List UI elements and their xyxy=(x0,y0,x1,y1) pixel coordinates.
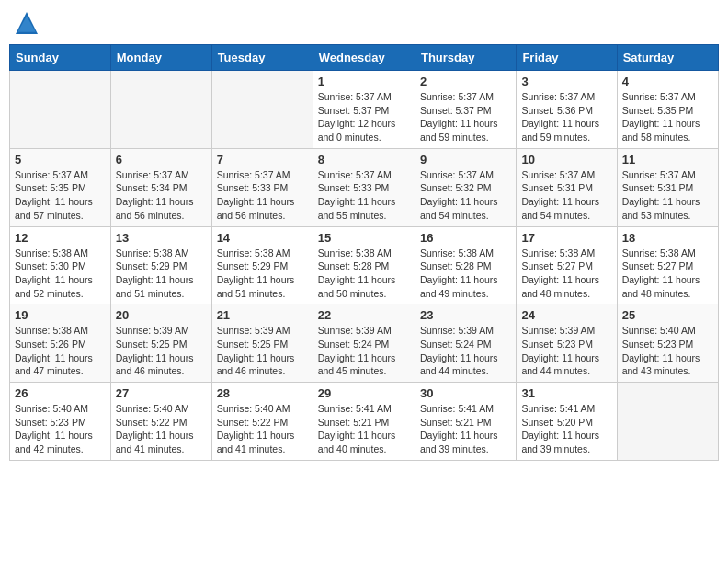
calendar-day-cell: 18Sunrise: 5:38 AM Sunset: 5:27 PM Dayli… xyxy=(617,226,718,304)
calendar-day-cell xyxy=(10,71,111,149)
calendar-day-cell: 17Sunrise: 5:38 AM Sunset: 5:27 PM Dayli… xyxy=(517,226,617,304)
weekday-header-wednesday: Wednesday xyxy=(313,45,415,71)
day-number: 4 xyxy=(622,75,713,88)
day-number: 5 xyxy=(15,153,106,167)
day-info: Sunrise: 5:39 AM Sunset: 5:24 PM Dayligh… xyxy=(420,324,511,378)
day-info: Sunrise: 5:38 AM Sunset: 5:28 PM Dayligh… xyxy=(318,247,410,301)
logo xyxy=(13,9,44,37)
day-info: Sunrise: 5:37 AM Sunset: 5:37 PM Dayligh… xyxy=(318,90,410,144)
day-info: Sunrise: 5:37 AM Sunset: 5:34 PM Dayligh… xyxy=(116,168,207,223)
day-number: 11 xyxy=(622,153,713,167)
day-info: Sunrise: 5:39 AM Sunset: 5:25 PM Dayligh… xyxy=(116,324,207,378)
calendar-day-cell: 1Sunrise: 5:37 AM Sunset: 5:37 PM Daylig… xyxy=(313,71,415,149)
day-number: 20 xyxy=(116,308,207,322)
calendar-day-cell: 11Sunrise: 5:37 AM Sunset: 5:31 PM Dayli… xyxy=(617,148,718,226)
day-number: 16 xyxy=(420,231,511,245)
day-number: 24 xyxy=(521,308,611,322)
day-number: 28 xyxy=(217,386,308,400)
day-info: Sunrise: 5:40 AM Sunset: 5:22 PM Dayligh… xyxy=(217,402,308,456)
calendar-day-cell xyxy=(110,71,211,149)
calendar-day-cell: 14Sunrise: 5:38 AM Sunset: 5:29 PM Dayli… xyxy=(211,226,313,304)
day-number: 14 xyxy=(217,231,308,245)
day-number: 1 xyxy=(318,75,410,88)
calendar-day-cell: 29Sunrise: 5:41 AM Sunset: 5:21 PM Dayli… xyxy=(313,383,415,461)
calendar-day-cell: 22Sunrise: 5:39 AM Sunset: 5:24 PM Dayli… xyxy=(313,304,415,383)
calendar-day-cell: 9Sunrise: 5:37 AM Sunset: 5:32 PM Daylig… xyxy=(415,148,516,226)
calendar-day-cell: 2Sunrise: 5:37 AM Sunset: 5:37 PM Daylig… xyxy=(415,71,516,149)
day-number: 27 xyxy=(116,386,207,400)
calendar-day-cell xyxy=(617,383,718,461)
calendar-day-cell: 8Sunrise: 5:37 AM Sunset: 5:33 PM Daylig… xyxy=(313,148,415,226)
calendar-day-cell: 31Sunrise: 5:41 AM Sunset: 5:20 PM Dayli… xyxy=(517,383,617,461)
day-info: Sunrise: 5:40 AM Sunset: 5:23 PM Dayligh… xyxy=(622,324,713,378)
day-info: Sunrise: 5:37 AM Sunset: 5:33 PM Dayligh… xyxy=(318,168,410,223)
day-number: 30 xyxy=(420,386,511,400)
day-info: Sunrise: 5:39 AM Sunset: 5:23 PM Dayligh… xyxy=(521,324,611,378)
calendar-day-cell: 28Sunrise: 5:40 AM Sunset: 5:22 PM Dayli… xyxy=(211,383,313,461)
calendar-table: SundayMondayTuesdayWednesdayThursdayFrid… xyxy=(9,44,719,461)
day-info: Sunrise: 5:39 AM Sunset: 5:25 PM Dayligh… xyxy=(217,324,308,378)
day-info: Sunrise: 5:37 AM Sunset: 5:33 PM Dayligh… xyxy=(217,168,308,223)
day-info: Sunrise: 5:38 AM Sunset: 5:27 PM Dayligh… xyxy=(521,247,611,301)
svg-marker-1 xyxy=(17,17,36,32)
calendar-day-cell: 19Sunrise: 5:38 AM Sunset: 5:26 PM Dayli… xyxy=(10,304,111,383)
day-number: 3 xyxy=(521,75,611,88)
day-number: 29 xyxy=(318,386,410,400)
day-number: 31 xyxy=(521,386,611,400)
day-number: 15 xyxy=(318,231,410,245)
calendar-day-cell: 13Sunrise: 5:38 AM Sunset: 5:29 PM Dayli… xyxy=(110,226,211,304)
calendar-day-cell: 23Sunrise: 5:39 AM Sunset: 5:24 PM Dayli… xyxy=(415,304,516,383)
day-number: 9 xyxy=(420,153,511,167)
calendar-week-row: 5Sunrise: 5:37 AM Sunset: 5:35 PM Daylig… xyxy=(10,148,719,226)
day-info: Sunrise: 5:37 AM Sunset: 5:37 PM Dayligh… xyxy=(420,90,511,144)
day-number: 23 xyxy=(420,308,511,322)
weekday-header-tuesday: Tuesday xyxy=(211,45,313,71)
calendar-day-cell: 10Sunrise: 5:37 AM Sunset: 5:31 PM Dayli… xyxy=(517,148,617,226)
day-number: 10 xyxy=(521,153,611,167)
weekday-header-row: SundayMondayTuesdayWednesdayThursdayFrid… xyxy=(10,45,719,71)
day-info: Sunrise: 5:37 AM Sunset: 5:31 PM Dayligh… xyxy=(622,168,713,223)
logo-icon xyxy=(13,9,40,37)
day-info: Sunrise: 5:41 AM Sunset: 5:21 PM Dayligh… xyxy=(420,402,511,456)
day-info: Sunrise: 5:39 AM Sunset: 5:24 PM Dayligh… xyxy=(318,324,410,378)
day-number: 25 xyxy=(622,308,713,322)
weekday-header-thursday: Thursday xyxy=(415,45,516,71)
day-info: Sunrise: 5:41 AM Sunset: 5:20 PM Dayligh… xyxy=(521,402,611,456)
calendar-day-cell: 24Sunrise: 5:39 AM Sunset: 5:23 PM Dayli… xyxy=(517,304,617,383)
weekday-header-friday: Friday xyxy=(517,45,617,71)
day-number: 18 xyxy=(622,231,713,245)
day-number: 7 xyxy=(217,153,308,167)
calendar-day-cell: 16Sunrise: 5:38 AM Sunset: 5:28 PM Dayli… xyxy=(415,226,516,304)
day-info: Sunrise: 5:38 AM Sunset: 5:27 PM Dayligh… xyxy=(622,247,713,301)
calendar-week-row: 1Sunrise: 5:37 AM Sunset: 5:37 PM Daylig… xyxy=(10,71,719,149)
day-info: Sunrise: 5:37 AM Sunset: 5:36 PM Dayligh… xyxy=(521,90,611,144)
weekday-header-sunday: Sunday xyxy=(10,45,111,71)
day-info: Sunrise: 5:37 AM Sunset: 5:32 PM Dayligh… xyxy=(420,168,511,223)
calendar-day-cell: 25Sunrise: 5:40 AM Sunset: 5:23 PM Dayli… xyxy=(617,304,718,383)
day-info: Sunrise: 5:38 AM Sunset: 5:29 PM Dayligh… xyxy=(116,247,207,301)
day-info: Sunrise: 5:40 AM Sunset: 5:23 PM Dayligh… xyxy=(15,402,106,456)
day-number: 19 xyxy=(15,308,106,322)
day-info: Sunrise: 5:37 AM Sunset: 5:35 PM Dayligh… xyxy=(622,90,713,144)
day-number: 17 xyxy=(521,231,611,245)
calendar-day-cell: 7Sunrise: 5:37 AM Sunset: 5:33 PM Daylig… xyxy=(211,148,313,226)
calendar-day-cell xyxy=(211,71,313,149)
weekday-header-monday: Monday xyxy=(110,45,211,71)
day-number: 12 xyxy=(15,231,106,245)
day-info: Sunrise: 5:37 AM Sunset: 5:35 PM Dayligh… xyxy=(15,168,106,223)
day-info: Sunrise: 5:38 AM Sunset: 5:28 PM Dayligh… xyxy=(420,247,511,301)
day-info: Sunrise: 5:38 AM Sunset: 5:26 PM Dayligh… xyxy=(15,324,106,378)
day-number: 26 xyxy=(15,386,106,400)
day-info: Sunrise: 5:40 AM Sunset: 5:22 PM Dayligh… xyxy=(116,402,207,456)
calendar-week-row: 12Sunrise: 5:38 AM Sunset: 5:30 PM Dayli… xyxy=(10,226,719,304)
calendar-day-cell: 26Sunrise: 5:40 AM Sunset: 5:23 PM Dayli… xyxy=(10,383,111,461)
calendar-day-cell: 27Sunrise: 5:40 AM Sunset: 5:22 PM Dayli… xyxy=(110,383,211,461)
calendar-day-cell: 5Sunrise: 5:37 AM Sunset: 5:35 PM Daylig… xyxy=(10,148,111,226)
day-info: Sunrise: 5:37 AM Sunset: 5:31 PM Dayligh… xyxy=(521,168,611,223)
day-number: 21 xyxy=(217,308,308,322)
day-info: Sunrise: 5:38 AM Sunset: 5:29 PM Dayligh… xyxy=(217,247,308,301)
day-number: 13 xyxy=(116,231,207,245)
page-header xyxy=(9,9,719,37)
day-info: Sunrise: 5:41 AM Sunset: 5:21 PM Dayligh… xyxy=(318,402,410,456)
calendar-week-row: 19Sunrise: 5:38 AM Sunset: 5:26 PM Dayli… xyxy=(10,304,719,383)
